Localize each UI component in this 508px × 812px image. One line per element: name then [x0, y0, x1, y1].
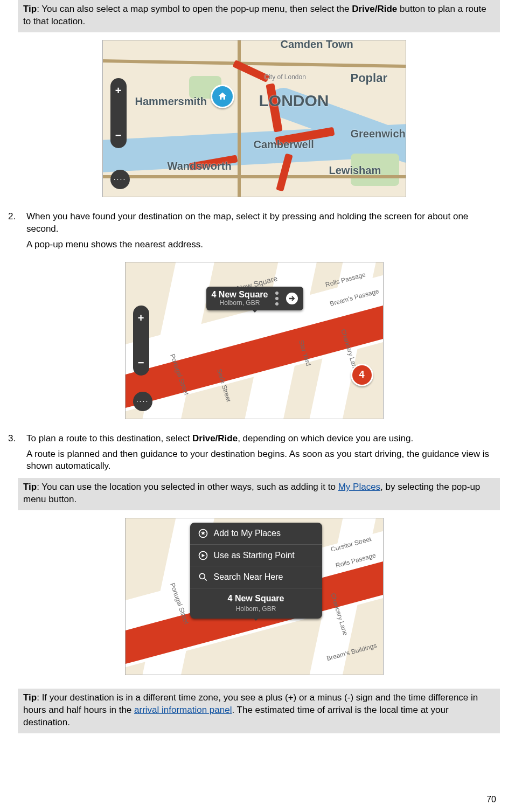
zoom-out-icon[interactable]: −: [138, 356, 144, 370]
destination-badge: 4: [351, 364, 373, 386]
map-screenshot-london-overview: Camden Town City of London LONDON Hammer…: [102, 40, 406, 197]
map-label-camberwell: Camberwell: [254, 137, 314, 152]
map-label-wandsworth: Wandsworth: [168, 159, 232, 173]
step-3-para-2: A route is planned and then guidance to …: [26, 448, 500, 473]
page-number: 70: [486, 794, 496, 806]
popup-address-block[interactable]: 4 New Square Holborn, GBR: [190, 588, 322, 619]
arrival-info-panel-link[interactable]: arrival information panel: [134, 705, 232, 715]
map-screenshot-popup-menu: Portugal Street Cursitor Street Rolls Pa…: [125, 518, 384, 675]
zoom-out-icon[interactable]: −: [115, 128, 122, 143]
svg-line-3: [204, 579, 206, 581]
zoom-in-icon[interactable]: +: [138, 311, 144, 325]
step-2-para-1: When you have found your destination on …: [26, 211, 500, 235]
map-label-hammersmith: Hammersmith: [135, 94, 207, 109]
zoom-in-icon[interactable]: +: [115, 84, 122, 98]
menu-item-add-to-my-places[interactable]: Add to My Places: [190, 523, 322, 545]
popup-more-icon[interactable]: [275, 292, 279, 295]
search-icon: [198, 572, 208, 582]
tip-bold: Drive/Ride: [352, 4, 397, 14]
popup-title: 4 New Square: [198, 593, 315, 605]
more-menu-button[interactable]: ····: [110, 170, 130, 189]
popup-subtitle: Holborn, GBR: [212, 300, 268, 307]
star-plus-icon: [198, 528, 208, 539]
map-label-camden: Camden Town: [281, 40, 353, 52]
map-label-london: LONDON: [259, 90, 329, 112]
tip-label: Tip: [23, 692, 37, 703]
tip-box-1: Tip: You can also select a map symbol to…: [18, 0, 500, 32]
popup-subtitle: Holborn, GBR: [198, 605, 315, 613]
popup-title: 4 New Square: [212, 290, 268, 300]
popup-menu: Add to My Places Use as Starting Point S…: [190, 523, 322, 619]
home-pin-icon[interactable]: [211, 85, 234, 108]
map-label-city-of-london: City of London: [265, 73, 306, 81]
my-places-link[interactable]: My Places: [338, 482, 380, 492]
menu-item-use-as-starting-point[interactable]: Use as Starting Point: [190, 545, 322, 567]
map-screenshot-popup-address: Portugal Street Serle Street New Square …: [125, 262, 384, 419]
address-popup[interactable]: 4 New Square Holborn, GBR: [206, 287, 304, 310]
tip-text: : You can also select a map symbol to op…: [37, 4, 352, 14]
step-number-2: 2.: [8, 211, 26, 254]
tip-box-2: Tip: You can use the location you select…: [18, 478, 500, 510]
menu-item-search-near-here[interactable]: Search Near Here: [190, 566, 322, 588]
tip-text: : You can use the location you selected …: [37, 482, 338, 492]
starting-point-icon: [198, 550, 208, 561]
more-menu-button[interactable]: ····: [133, 392, 152, 411]
zoom-control[interactable]: + −: [133, 306, 149, 376]
map-label-greenwich: Greenwich: [351, 127, 406, 141]
svg-point-2: [199, 574, 205, 579]
tip-label: Tip: [23, 4, 37, 14]
zoom-control[interactable]: + −: [110, 78, 127, 148]
step-3-para-1: To plan a route to this destination, sel…: [26, 433, 500, 445]
map-label-lewisham: Lewisham: [329, 163, 381, 178]
step-number-3: 3.: [8, 433, 26, 476]
map-label-poplar: Poplar: [351, 70, 387, 86]
drive-button[interactable]: [286, 293, 298, 304]
tip-box-3: Tip: If your destination is in a differe…: [18, 689, 500, 733]
tip-label: Tip: [23, 482, 37, 492]
step-2-para-2: A pop-up menu shows the nearest address.: [26, 239, 500, 251]
